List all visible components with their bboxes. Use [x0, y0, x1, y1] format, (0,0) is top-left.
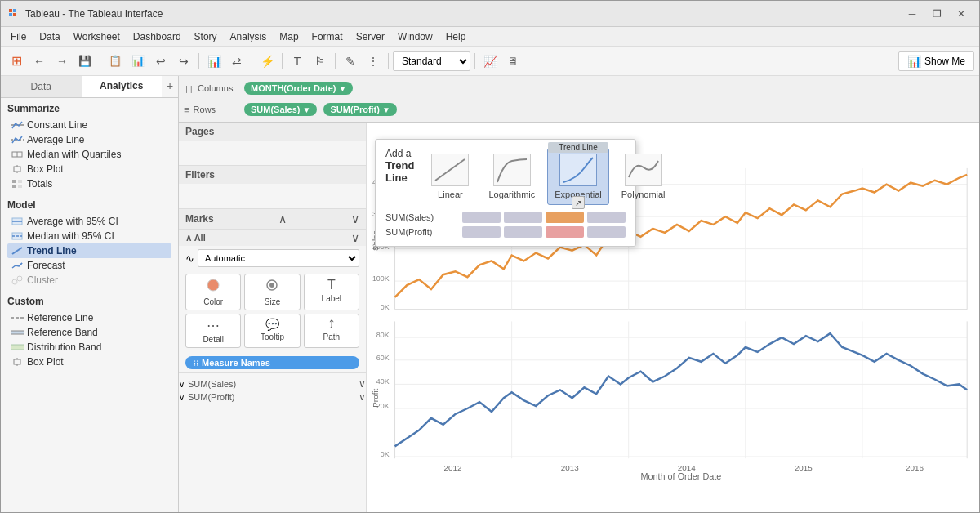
flag-btn[interactable]: 🏳: [310, 51, 331, 72]
sidebar-item-median-quartiles[interactable]: Median with Quartiles: [7, 147, 172, 162]
custom-title: Custom: [7, 296, 172, 307]
sum-profit-chevron[interactable]: ∨: [359, 391, 366, 403]
sidebar-item-box-plot-s[interactable]: Box Plot: [7, 162, 172, 176]
sales-exp-color: [546, 212, 584, 223]
constant-line-label: Constant Line: [27, 119, 87, 131]
menu-dashboard[interactable]: Dashboard: [127, 27, 188, 46]
trend-popup: Add a Trend Line: [375, 139, 636, 247]
sidebar-item-box-plot-c[interactable]: Box Plot: [7, 355, 172, 369]
menu-format[interactable]: Format: [305, 27, 350, 46]
svg-rect-11: [12, 180, 16, 183]
toolbar: ⊞ ← → 💾 📋 📊 ↩ ↪ 📊 ⇄ ⚡ T 🏳 ✎ ⋮ Standard E…: [1, 47, 979, 76]
standard-dropdown[interactable]: Standard Entire View Fit Width Fit Heigh…: [393, 51, 470, 71]
menu-analysis[interactable]: Analysis: [224, 27, 274, 46]
presentation-btn[interactable]: 🖥: [502, 51, 523, 72]
sum-sales-label: SUM(Sales): [188, 379, 355, 389]
sidebar-item-reference-line[interactable]: Reference Line: [7, 310, 172, 325]
tab-analytics[interactable]: Analytics: [82, 76, 163, 97]
med-ci-icon: [11, 230, 24, 242]
menu-help[interactable]: Help: [439, 27, 473, 46]
sidebar-item-cluster[interactable]: Cluster: [7, 273, 172, 288]
marks-path-btn[interactable]: ⤴ Path: [304, 314, 359, 348]
marks-type-dropdown[interactable]: Automatic Bar Line Area Square Circle Sh…: [198, 249, 359, 267]
sidebar-item-totals[interactable]: Totals: [7, 176, 172, 191]
swap-btn[interactable]: ⇄: [226, 51, 247, 72]
sidebar-item-average-line[interactable]: Average Line: [7, 132, 172, 147]
marks-collapse-btn[interactable]: ∨: [351, 212, 359, 225]
rows-pill-1[interactable]: SUM(Profit) ▼: [323, 103, 396, 116]
marks-detail-btn[interactable]: ⋯ Detail: [185, 314, 241, 348]
marks-expand-btn[interactable]: ∧: [278, 212, 287, 225]
sum-sales-chevron[interactable]: ∨: [359, 378, 366, 390]
highlight-btn[interactable]: ✎: [340, 51, 361, 72]
trend-popup-inner: Add a Trend Line: [385, 148, 626, 205]
profit-poly-color: [587, 226, 626, 238]
add-tab-btn[interactable]: +: [162, 76, 178, 96]
menu-data[interactable]: Data: [33, 27, 66, 46]
connect-btn[interactable]: ⚡: [256, 51, 278, 72]
sidebar-item-constant-line[interactable]: Constant Line: [7, 118, 172, 132]
reference-line-icon: [11, 312, 24, 323]
close-button[interactable]: ✕: [950, 5, 973, 23]
trend-poly-icon: [625, 154, 662, 186]
trend-option-polynomial[interactable]: Polynomial: [614, 148, 673, 205]
add-datasource-btn[interactable]: 📊: [127, 51, 149, 72]
marks-label-btn[interactable]: T Label: [304, 274, 359, 310]
save-btn[interactable]: 💾: [74, 51, 96, 72]
shelves: ⫼ Columns MONTH(Order Date) ▼ ≡ Rows SUM…: [179, 76, 979, 123]
sidebar-item-reference-band[interactable]: Reference Band: [7, 325, 172, 340]
forward-btn[interactable]: →: [51, 51, 73, 72]
columns-pill-0[interactable]: MONTH(Order Date) ▼: [244, 82, 353, 95]
cluster-icon: [11, 274, 24, 286]
marks-tooltip-btn[interactable]: 💬 Tooltip: [244, 314, 300, 348]
tab-data[interactable]: Data: [1, 76, 82, 97]
trend-option-linear[interactable]: Linear: [424, 148, 476, 205]
filter-btn[interactable]: ⋮: [363, 51, 384, 72]
sum-profit-measure: SUM(Profit): [385, 227, 459, 237]
sidebar-item-trend-line[interactable]: Trend Line: [7, 243, 172, 258]
back-btn[interactable]: ←: [29, 51, 50, 72]
sales-poly-color: [587, 212, 626, 223]
trend-option-exponential[interactable]: Trend Line Exponential ↗: [547, 148, 609, 205]
menu-window[interactable]: Window: [391, 27, 439, 46]
median-quartiles-label: Median with Quartiles: [27, 149, 121, 160]
menu-file[interactable]: File: [4, 27, 33, 46]
forecast-label: Forecast: [27, 260, 65, 271]
minimize-button[interactable]: ─: [901, 5, 924, 23]
reference-band-icon: [11, 327, 24, 338]
box-plot-s-label: Box Plot: [27, 163, 64, 175]
menu-story[interactable]: Story: [188, 27, 224, 46]
trend-option-logarithmic[interactable]: Logarithmic: [481, 148, 542, 205]
sep7: [474, 53, 475, 69]
sidebar-item-med-ci[interactable]: Median with 95% CI: [7, 229, 172, 243]
bar-chart-btn[interactable]: 📊: [203, 51, 225, 72]
show-me-label: Show Me: [924, 56, 965, 67]
marks-all-expand[interactable]: ∨: [351, 231, 359, 244]
center-area: ⫼ Columns MONTH(Order Date) ▼ ≡ Rows SUM…: [179, 76, 979, 512]
distribution-band-label: Distribution Band: [27, 341, 101, 353]
menu-worksheet[interactable]: Worksheet: [67, 27, 127, 46]
sidebar-item-forecast[interactable]: Forecast: [7, 258, 172, 273]
trend-line-label: Trend Line: [27, 245, 77, 256]
sidebar-item-avg-ci[interactable]: Average with 95% CI: [7, 214, 172, 229]
mark-type-btn[interactable]: T: [287, 51, 308, 72]
svg-text:2015: 2015: [795, 463, 813, 472]
show-chart-btn[interactable]: 📈: [479, 51, 501, 72]
restore-button[interactable]: ❐: [925, 5, 948, 23]
sidebar-item-distribution-band[interactable]: Distribution Band: [7, 340, 172, 355]
rows-pill-0[interactable]: SUM(Sales) ▼: [244, 103, 317, 116]
marks-size-btn[interactable]: Size: [244, 274, 300, 310]
menu-server[interactable]: Server: [350, 27, 391, 46]
show-me-button[interactable]: 📊 Show Me: [898, 51, 974, 71]
tableau-icon-btn[interactable]: ⊞: [6, 51, 27, 72]
new-datasource-btn[interactable]: 📋: [105, 51, 126, 72]
redo-btn[interactable]: ↪: [173, 51, 194, 72]
trend-exp-icon: [559, 154, 597, 186]
sep1: [100, 53, 100, 69]
undo-btn[interactable]: ↩: [150, 51, 172, 72]
reference-band-label: Reference Band: [27, 327, 98, 338]
menu-map[interactable]: Map: [273, 27, 305, 46]
svg-text:2013: 2013: [561, 463, 579, 472]
marks-color-btn[interactable]: Color: [185, 274, 241, 310]
measure-names-pill[interactable]: ⁝⁝ Measure Names: [185, 356, 359, 369]
